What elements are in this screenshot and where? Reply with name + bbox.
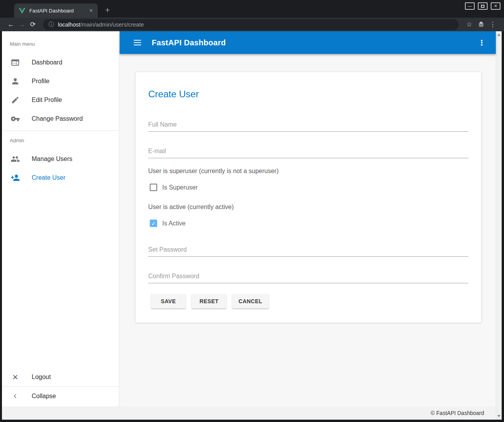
sidebar-item-logout[interactable]: ✕ Logout bbox=[2, 368, 119, 386]
tab-title: FastAPI Dashboard bbox=[29, 8, 88, 14]
checkbox-label[interactable]: Is Superuser bbox=[162, 184, 198, 191]
sidebar-divider bbox=[2, 131, 119, 131]
main-area: FastAPI Dashboard ⋮ Create User User is … bbox=[120, 31, 496, 406]
cancel-button[interactable]: CANCEL bbox=[232, 294, 269, 308]
confirm-password-input[interactable] bbox=[148, 269, 468, 283]
logout-icon: ✕ bbox=[11, 372, 20, 382]
page-background: Create User User is superuser (currently… bbox=[120, 54, 496, 406]
sidebar-item-dashboard[interactable]: Dashboard bbox=[2, 53, 119, 72]
browser-titlebar: FastAPI Dashboard ✕ + — ✕ bbox=[0, 0, 504, 18]
sidebar-item-label: Profile bbox=[32, 78, 49, 85]
full-name-input[interactable] bbox=[148, 118, 468, 132]
sidebar-item-profile[interactable]: Profile bbox=[2, 72, 119, 91]
page-scrollbar[interactable] bbox=[496, 31, 502, 420]
app-menu-icon[interactable]: ⋮ bbox=[477, 38, 486, 47]
sidebar-item-label: Manage Users bbox=[32, 156, 72, 163]
url-path: /main/admin/users/create bbox=[80, 21, 144, 28]
vue-favicon-icon bbox=[19, 8, 25, 14]
save-button[interactable]: SAVE bbox=[151, 294, 186, 308]
checkbox-label[interactable]: Is Active bbox=[162, 220, 186, 227]
bookmark-star-icon[interactable]: ☆ bbox=[463, 20, 475, 29]
email-input[interactable] bbox=[148, 144, 468, 158]
page-title: Create User bbox=[148, 89, 199, 100]
web-content: Main menu Dashboard Profile Edit Profile bbox=[2, 31, 502, 420]
maximize-icon bbox=[481, 5, 484, 8]
url-host: localhost bbox=[58, 21, 80, 28]
app-bar: FastAPI Dashboard ⋮ bbox=[120, 31, 496, 54]
sidebar-item-label: Edit Profile bbox=[32, 97, 62, 104]
window-close-button[interactable]: ✕ bbox=[491, 2, 500, 10]
menu-hamburger-icon[interactable] bbox=[134, 40, 141, 46]
sidebar: Main menu Dashboard Profile Edit Profile bbox=[2, 31, 119, 406]
dashboard-icon bbox=[11, 58, 20, 67]
sidebar-item-label: Dashboard bbox=[32, 59, 62, 66]
window-minimize-button[interactable]: — bbox=[465, 2, 475, 10]
is-superuser-checkbox-row[interactable]: Is Superuser bbox=[150, 184, 198, 191]
tab-close-icon[interactable]: ✕ bbox=[88, 7, 95, 14]
superuser-hint: User is superuser (currently is not a su… bbox=[148, 168, 278, 175]
form-actions: SAVE RESET CANCEL bbox=[151, 294, 269, 308]
copyright-text: © FastAPI Dashboard bbox=[431, 410, 484, 416]
pencil-icon bbox=[11, 95, 20, 105]
check-icon: ✓ bbox=[151, 220, 156, 227]
reset-button[interactable]: RESET bbox=[192, 294, 226, 308]
sidebar-item-label: Logout bbox=[32, 374, 51, 381]
sidebar-item-create-user[interactable]: Create User bbox=[2, 168, 119, 187]
chevron-left-icon bbox=[11, 392, 20, 401]
sidebar-header-admin: Admin bbox=[2, 138, 119, 143]
scrollbar-down-arrow-icon[interactable] bbox=[497, 415, 500, 417]
people-icon bbox=[11, 154, 20, 164]
sidebar-header-main-menu: Main menu bbox=[2, 31, 119, 47]
sidebar-item-change-password[interactable]: Change Password bbox=[2, 109, 119, 128]
sidebar-item-manage-users[interactable]: Manage Users bbox=[2, 150, 119, 168]
active-hint: User is active (currently active) bbox=[148, 204, 234, 211]
sidebar-item-label: Create User bbox=[32, 174, 65, 181]
set-password-input[interactable] bbox=[148, 243, 468, 257]
sidebar-item-edit-profile[interactable]: Edit Profile bbox=[2, 91, 119, 109]
browser-tab[interactable]: FastAPI Dashboard ✕ bbox=[14, 4, 98, 18]
person-icon bbox=[11, 77, 20, 86]
is-superuser-checkbox[interactable] bbox=[150, 184, 157, 191]
window-maximize-button[interactable] bbox=[478, 2, 488, 10]
sidebar-item-label: Change Password bbox=[32, 115, 83, 122]
page-footer: © FastAPI Dashboard bbox=[2, 406, 496, 420]
back-button[interactable]: ← bbox=[5, 21, 16, 29]
browser-menu-icon[interactable]: ⋮ bbox=[487, 20, 499, 29]
forward-button[interactable]: → bbox=[16, 21, 27, 29]
browser-toolbar: ← → ⟳ ⓘ localhost/main/admin/users/creat… bbox=[0, 18, 504, 31]
new-tab-button[interactable]: + bbox=[102, 4, 113, 16]
address-bar[interactable]: ⓘ localhost/main/admin/users/create bbox=[43, 19, 459, 30]
app-title: FastAPI Dashboard bbox=[152, 38, 226, 47]
is-active-checkbox-row[interactable]: ✓ Is Active bbox=[150, 220, 186, 227]
sidebar-item-label: Collapse bbox=[32, 393, 56, 400]
sidebar-item-collapse[interactable]: Collapse bbox=[2, 387, 119, 406]
key-icon bbox=[11, 114, 20, 123]
incognito-icon bbox=[475, 21, 487, 28]
person-add-icon bbox=[11, 173, 20, 182]
is-active-checkbox[interactable]: ✓ bbox=[150, 220, 157, 227]
scrollbar-up-arrow-icon[interactable] bbox=[497, 34, 500, 36]
window-controls: — ✕ bbox=[465, 2, 500, 10]
create-user-card: Create User User is superuser (currently… bbox=[135, 72, 481, 323]
site-info-icon[interactable]: ⓘ bbox=[48, 21, 54, 28]
reload-button[interactable]: ⟳ bbox=[27, 20, 38, 29]
